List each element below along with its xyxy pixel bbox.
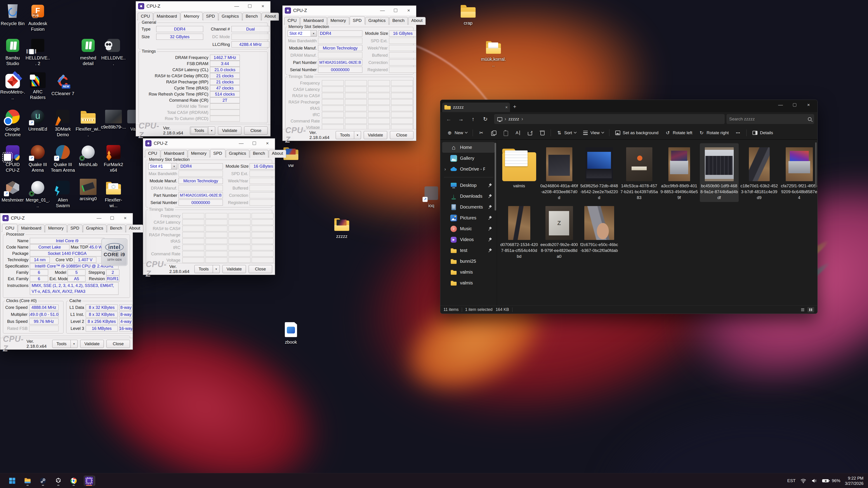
desktop-icon-alien-swarm[interactable]: Alien Swarm [50, 179, 75, 208]
file-item[interactable]: c18e70d1-63b2-4523-b7df-48181c4e39d9 [740, 143, 779, 202]
sidebar-item[interactable]: › Gallery [442, 153, 495, 164]
tab-cpu[interactable]: CPU [2, 224, 18, 232]
taskbar-chatgpt[interactable] [53, 475, 64, 486]
titlebar[interactable]: CPU-Z —× [136, 1, 270, 11]
tab-memory[interactable]: Memory [181, 12, 203, 20]
desktop-icon-muuk-korral[interactable]: müük,korral... [481, 38, 506, 68]
tools-dropdown[interactable]: ▼ [209, 127, 215, 135]
share-button[interactable] [524, 128, 536, 138]
tab-spd[interactable]: SPD [67, 225, 83, 232]
more-options-button[interactable]: ••• [733, 128, 744, 138]
slot-select[interactable]: Slot #1▼ [148, 163, 177, 169]
taskbar-clock[interactable]: 9:22 PM 3/27/2026 [845, 476, 864, 486]
close-button[interactable]: × [256, 2, 270, 11]
close-button[interactable]: × [402, 6, 415, 15]
desktop-icon-arcsing0[interactable]: arcsing0 [75, 179, 101, 201]
search-input[interactable] [729, 117, 808, 122]
thumbnail-view-toggle[interactable] [807, 307, 814, 313]
desktop-icon-zbook[interactable]: zbook [278, 321, 304, 345]
tab-bench[interactable]: Bench [389, 17, 408, 25]
desktop-icon-recycle-bin[interactable]: Recycle Bin [0, 2, 25, 26]
tab-graphics[interactable]: Graphics [219, 13, 242, 21]
sidebar-item[interactable]: › Desktop [442, 180, 495, 191]
tab-spd[interactable]: SPD [350, 16, 365, 24]
file-item[interactable]: 0a246804-491a-4f0f-a208-4f33ee867d0d [540, 143, 579, 202]
desktop-icon-helldive[interactable]: HELLDIVE... [101, 37, 126, 66]
tab-memory[interactable]: Memory [188, 150, 210, 158]
minimize-button[interactable]: — [92, 214, 105, 223]
desktop-icon-helldivers-2[interactable]: HELLDIVE... 2 [25, 37, 51, 66]
file-item[interactable]: a3cc9fb9-89d9-4019-8853-49496c46e59f [660, 143, 699, 202]
desktop-icon-unrealed[interactable]: UnrealEd [25, 108, 51, 132]
tab-about[interactable]: About [126, 225, 144, 232]
file-item[interactable]: d0706872-1534-4207-851a-cf554c440dbd [500, 202, 539, 261]
titlebar[interactable]: CPU-Z —× [0, 213, 133, 223]
close-window-button[interactable]: Close [249, 265, 272, 273]
tools-button[interactable]: Tools [336, 131, 354, 139]
tools-button[interactable]: Tools [194, 265, 213, 273]
close-window-button[interactable]: Close [106, 340, 130, 348]
desktop-icon-cpuid-cpuz[interactable]: CPUID CPU-Z [0, 143, 25, 173]
paste-button[interactable] [500, 128, 511, 138]
tab-spd[interactable]: SPD [203, 13, 218, 21]
tab-close-icon[interactable]: × [505, 105, 508, 110]
explorer-tab[interactable]: zzzzz × [442, 103, 510, 112]
sidebar-item[interactable]: › Home [442, 142, 495, 153]
sidebar-item[interactable]: › Downloads [442, 191, 495, 201]
maximize-button[interactable] [389, 6, 402, 15]
search-box[interactable] [726, 114, 814, 124]
tab-cpu[interactable]: CPU [138, 13, 153, 21]
sidebar-item[interactable]: › valmis [442, 267, 495, 278]
taskbar-file-explorer[interactable] [22, 475, 33, 486]
slot-select[interactable]: Slot #2▼ [288, 30, 317, 37]
desktop-icon-meshed-detail[interactable]: meshed detail [75, 37, 101, 66]
tools-button[interactable]: Tools [52, 340, 71, 348]
file-item[interactable]: cfa725f1-9f21-4f05-9209-6c648b8587e4 [780, 143, 817, 202]
desktop-icon-meshlab[interactable]: MeshLab [75, 143, 101, 167]
maximize-button[interactable] [105, 214, 119, 223]
tab-mainboard[interactable]: Mainboard [18, 225, 44, 232]
file-area-scrollbar[interactable] [815, 142, 817, 188]
rename-button[interactable] [512, 128, 524, 138]
copy-button[interactable] [488, 128, 499, 138]
minimize-button[interactable]: — [376, 6, 389, 15]
view-button[interactable]: View [580, 128, 607, 138]
address-bar[interactable]: › zzzzz › [494, 114, 725, 124]
sort-button[interactable]: ⇅Sort [554, 128, 579, 138]
taskbar-chrome[interactable] [68, 475, 79, 486]
close-button[interactable]: × [802, 100, 815, 110]
desktop-icon-quake3-team-arena[interactable]: Quake III Team Arena [50, 143, 75, 173]
desktop-icon-zzzzz[interactable]: zzzzz [329, 215, 354, 239]
details-view-toggle[interactable] [799, 307, 806, 313]
validate-button[interactable]: Validate [218, 127, 241, 135]
desktop-icon-furmark[interactable]: FurMark2 x64 [101, 143, 126, 173]
file-item[interactable]: valmis [500, 143, 539, 202]
rotate-left-button[interactable]: ↺Rotate left [662, 128, 695, 138]
file-item[interactable]: 14fc53ca-4078-4577-b2d1-bc4397d55a83 [620, 143, 659, 202]
close-button[interactable]: × [261, 139, 274, 148]
sidebar-item[interactable]: › Pictures [442, 213, 495, 223]
tab-about[interactable]: About [408, 17, 426, 25]
tab-bench[interactable]: Bench [243, 13, 261, 21]
maximize-button[interactable] [787, 100, 802, 110]
tab-spd[interactable]: SPD [210, 149, 225, 157]
tab-memory[interactable]: Memory [327, 17, 349, 25]
tab-mainboard[interactable]: Mainboard [153, 13, 180, 21]
tools-dropdown[interactable]: ▼ [354, 131, 361, 139]
desktop-icon-crap[interactable]: crap [456, 2, 481, 26]
dropdown-icon[interactable]: ▼ [311, 31, 316, 36]
taskbar-cpuz[interactable] [84, 475, 94, 486]
desktop-icon-merge01[interactable]: Merge_01_... [25, 179, 51, 208]
tab-bench[interactable]: Bench [250, 150, 268, 158]
file-item[interactable]: bc450b90-1df9-4688-9a1e-8744b8ad4bdf [700, 143, 739, 202]
maximize-button[interactable] [248, 139, 261, 148]
file-item[interactable]: f2c6791c-e50c-46bc-b367-0bc2f0a0fdab [580, 202, 619, 261]
details-button[interactable]: Details [749, 128, 776, 138]
sidebar-item[interactable]: › valmis [442, 278, 495, 288]
tab-mainboard[interactable]: Mainboard [300, 17, 327, 25]
tab-about[interactable]: About [261, 13, 279, 21]
dropdown-icon[interactable]: ▼ [171, 163, 177, 169]
desktop-icon-3dmark[interactable]: 3DMark Demo [50, 108, 75, 138]
delete-button[interactable] [537, 128, 548, 138]
tab-graphics[interactable]: Graphics [226, 150, 249, 158]
